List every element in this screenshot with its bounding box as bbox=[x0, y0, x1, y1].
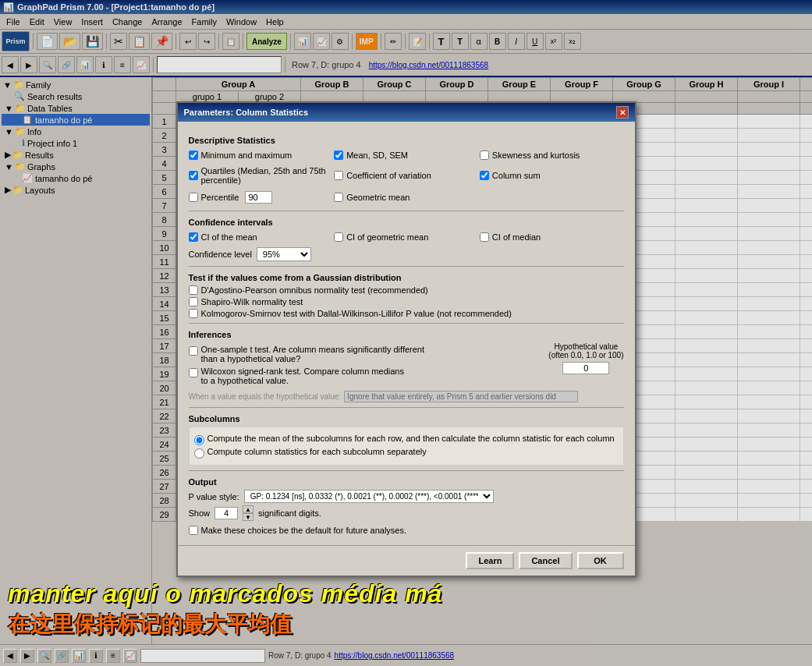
inferences-title: Inferences bbox=[189, 330, 624, 339]
cb-percentile-label: Percentile bbox=[201, 193, 239, 202]
radio-each-sub: Compute column statistics for each subco… bbox=[194, 447, 619, 459]
divider-4 bbox=[189, 407, 624, 408]
cb-wilcoxon-input[interactable] bbox=[189, 368, 198, 377]
hypothetical-area: Hypothetical value(often 0.0, 1.0 or 100… bbox=[548, 342, 623, 374]
cb-mean-sd-label: Mean, SD, SEM bbox=[346, 151, 408, 160]
cb-skewness-input[interactable] bbox=[480, 151, 489, 160]
subcolumns-title: Subcolumns bbox=[189, 414, 624, 423]
ok-button[interactable]: OK bbox=[577, 552, 624, 569]
p-value-label: P value style: bbox=[189, 492, 239, 501]
cb-one-sample-label: One-sample t test. Are column means sign… bbox=[201, 345, 425, 363]
cb-kolmogorov-label: Kolmogorov-Smirnov test with Dallal-Wilk… bbox=[201, 309, 512, 318]
confidence-title: Confidence intervals bbox=[189, 218, 624, 227]
show-digits-row: Show ▲ ▼ significant digits. bbox=[189, 505, 624, 521]
descriptive-stats-title: Descriptive Statistics bbox=[189, 136, 624, 145]
confidence-level-row: Confidence level 95% 99% 90% bbox=[189, 247, 624, 261]
when-equals-row: When a value equals the hypothetical val… bbox=[189, 391, 624, 402]
cb-kolmogorov: Kolmogorov-Smirnov test with Dallal-Wilk… bbox=[189, 309, 624, 318]
p-value-row: P value style: GP: 0.1234 [ns], 0.0332 (… bbox=[189, 490, 624, 503]
cb-ci-median-label: CI of median bbox=[492, 232, 541, 242]
cb-ci-median-input[interactable] bbox=[480, 232, 489, 242]
cb-shapiro: Shapiro-Wilk normality test bbox=[189, 297, 624, 306]
cb-dagostino-label: D'Agostino-Pearson omnibus normality tes… bbox=[201, 285, 428, 295]
cb-ci-median: CI of median bbox=[480, 232, 624, 242]
cb-col-sum-input[interactable] bbox=[480, 171, 489, 180]
output-title: Output bbox=[189, 477, 624, 487]
learn-button[interactable]: Learn bbox=[466, 552, 514, 569]
cb-kolmogorov-input[interactable] bbox=[189, 309, 198, 318]
cb-quartiles-label: Quartiles (Median, 25th and 75th percent… bbox=[201, 166, 333, 185]
hypothetical-label: Hypothetical value(often 0.0, 1.0 or 100… bbox=[548, 342, 623, 360]
cb-wilcoxon: Wilcoxon signed-rank test. Compare colum… bbox=[189, 367, 543, 385]
cb-ci-geo: CI of geometric mean bbox=[334, 232, 478, 242]
when-equals-input[interactable] bbox=[344, 391, 578, 402]
when-equals-label: When a value equals the hypothetical val… bbox=[189, 392, 342, 401]
column-statistics-dialog: Parameters: Column Statistics ✕ Descript… bbox=[176, 101, 636, 577]
cb-mean-sd: Mean, SD, SEM bbox=[334, 151, 478, 160]
cb-cv-label: Coefficient of variation bbox=[346, 171, 431, 180]
cb-default-label: Make these choices be the default for fu… bbox=[201, 526, 407, 535]
normality-title: Test if the values come from a Gaussian … bbox=[189, 273, 624, 282]
dialog-buttons-area: Learn Cancel OK bbox=[178, 545, 635, 576]
show-label: Show bbox=[189, 508, 211, 518]
dialog-close-button[interactable]: ✕ bbox=[616, 106, 629, 119]
cb-percentile-input[interactable] bbox=[189, 193, 198, 202]
chinese-text: 在这里保持标记的最大平均值 bbox=[8, 610, 804, 639]
cb-min-max-label: Minimum and maximum bbox=[201, 151, 293, 160]
radio-mean-sub-input[interactable] bbox=[194, 435, 204, 445]
descriptive-checkboxes: Minimum and maximum Mean, SD, SEM Skewne… bbox=[189, 148, 624, 206]
cb-ci-mean: CI of the mean bbox=[189, 232, 333, 242]
cb-mean-sd-input[interactable] bbox=[334, 151, 343, 160]
cb-ci-mean-label: CI of the mean bbox=[201, 232, 257, 242]
digits-up-btn[interactable]: ▲ bbox=[243, 505, 254, 513]
digits-down-btn[interactable]: ▼ bbox=[243, 513, 254, 521]
overlay-text-area: manter aqui o marcados média má 在这里保持标记的… bbox=[0, 576, 812, 643]
digits-input[interactable] bbox=[215, 507, 238, 519]
radio-each-sub-input[interactable] bbox=[194, 448, 204, 459]
portuguese-text: manter aqui o marcados média má bbox=[8, 579, 442, 608]
cb-quartiles-input[interactable] bbox=[189, 171, 198, 180]
percentile-value-input[interactable] bbox=[245, 191, 272, 204]
cb-geo-mean: Geometric mean bbox=[334, 191, 478, 204]
cb-geo-mean-label: Geometric mean bbox=[346, 193, 410, 202]
divider-1 bbox=[189, 211, 624, 211]
confidence-level-label: Confidence level bbox=[189, 250, 252, 259]
spinner-controls: ▲ ▼ bbox=[243, 505, 254, 521]
hypothetical-input[interactable] bbox=[562, 362, 609, 374]
cb-dagostino: D'Agostino-Pearson omnibus normality tes… bbox=[189, 285, 624, 295]
dialog-title-text: Parameters: Column Statistics bbox=[184, 108, 309, 117]
confidence-level-select[interactable]: 95% 99% 90% bbox=[257, 247, 311, 261]
cb-default: Make these choices be the default for fu… bbox=[189, 526, 624, 535]
p-value-select[interactable]: GP: 0.1234 [ns], 0.0332 (*), 0.0021 (**)… bbox=[244, 490, 494, 503]
confidence-checkboxes: CI of the mean CI of geometric mean CI o… bbox=[189, 230, 624, 244]
cb-default-input[interactable] bbox=[189, 526, 198, 535]
divider-3 bbox=[189, 323, 624, 324]
dialog-body: Descriptive Statistics Minimum and maxim… bbox=[178, 122, 635, 545]
radio-mean-sub: Compute the mean of the subcolumns for e… bbox=[194, 434, 619, 445]
cb-cv-input[interactable] bbox=[334, 171, 343, 180]
radio-mean-sub-label: Compute the mean of the subcolumns for e… bbox=[207, 434, 615, 443]
cb-ci-geo-input[interactable] bbox=[334, 232, 343, 242]
radio-each-sub-label: Compute column statistics for each subco… bbox=[207, 447, 427, 456]
inferences-checkboxes: One-sample t test. Are column means sign… bbox=[189, 342, 543, 388]
cb-shapiro-input[interactable] bbox=[189, 297, 198, 306]
cb-percentile-row: Percentile bbox=[189, 191, 333, 204]
cb-cv: Coefficient of variation bbox=[334, 166, 478, 185]
cancel-button[interactable]: Cancel bbox=[519, 552, 572, 569]
cb-one-sample: One-sample t test. Are column means sign… bbox=[189, 345, 543, 363]
cb-geo-mean-input[interactable] bbox=[334, 193, 343, 202]
significant-digits-label: significant digits. bbox=[258, 508, 321, 518]
modal-overlay: Parameters: Column Statistics ✕ Descript… bbox=[0, 0, 812, 666]
cb-min-max-input[interactable] bbox=[189, 151, 198, 160]
divider-2 bbox=[189, 266, 624, 267]
cb-skewness-label: Skewness and kurtosis bbox=[492, 151, 580, 160]
cb-col-sum-label: Column sum bbox=[492, 171, 541, 180]
cb-shapiro-label: Shapiro-Wilk normality test bbox=[201, 297, 303, 306]
inferences-area: One-sample t test. Are column means sign… bbox=[189, 342, 624, 388]
cb-dagostino-input[interactable] bbox=[189, 285, 198, 295]
cb-one-sample-input[interactable] bbox=[189, 346, 198, 356]
cb-ci-geo-label: CI of geometric mean bbox=[346, 232, 428, 242]
cb-col-sum: Column sum bbox=[480, 166, 624, 185]
cb-ci-mean-input[interactable] bbox=[189, 232, 198, 242]
cb-min-max: Minimum and maximum bbox=[189, 151, 333, 160]
